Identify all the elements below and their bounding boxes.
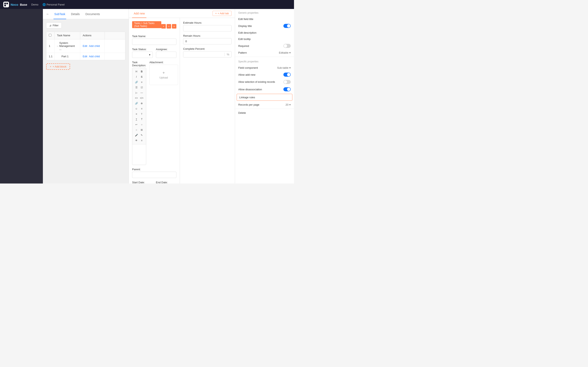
toolbar-mic-btn[interactable]: 🎤	[134, 133, 139, 138]
th-extra	[105, 32, 125, 39]
prop-field-component[interactable]: Field component Sub-table ▾	[235, 65, 294, 71]
complete-percent-label: Complete Percent:	[183, 47, 232, 50]
parent-label: Parent:	[132, 168, 176, 171]
td-name: Part 1	[54, 53, 80, 60]
prop-records-per-page[interactable]: Records per page 20 ▾	[235, 101, 294, 108]
start-date-label: Start Date:	[132, 181, 153, 184]
toolbar-view-btn[interactable]: 👁	[134, 138, 139, 143]
prop-allow-selection[interactable]: Allow selection of existing records	[235, 78, 294, 86]
toolbar-link2-btn[interactable]: 🔗	[134, 101, 139, 106]
toolbar-math-btn[interactable]: ⊕	[139, 101, 144, 106]
toolbar-play-btn[interactable]: ▷	[134, 90, 139, 95]
prop-label: Field component	[238, 66, 277, 69]
toolbar-menu-btn[interactable]: ≡	[139, 138, 144, 143]
toolbar-link-btn[interactable]: 🔗	[134, 80, 139, 85]
prop-display-title[interactable]: Display title	[235, 22, 294, 30]
prop-edit-field-title[interactable]: Edit field title	[235, 16, 294, 22]
toolbar-task-btn[interactable]: ☑	[139, 85, 144, 90]
upload-area[interactable]: + Upload	[149, 65, 178, 85]
nav-demo[interactable]: Demo	[31, 3, 38, 6]
logo-text-2: Base	[20, 3, 27, 6]
panel-tabs: Add new + + Add tab	[129, 9, 235, 18]
add-child-link[interactable]: Add child	[89, 44, 100, 48]
toolbar-italic-btn[interactable]: I	[134, 75, 139, 79]
svg-rect-2	[4, 5, 6, 6]
required-toggle[interactable]	[283, 44, 291, 48]
back-button[interactable]: ←	[46, 12, 49, 16]
add-child-link-2[interactable]: Add child	[89, 55, 100, 58]
complete-percent-input[interactable]	[183, 51, 225, 57]
toolbar-overline-btn[interactable]: T̈	[139, 117, 144, 122]
nav-personal-panel[interactable]: 🌐 Personal Panel	[43, 3, 65, 6]
toolbar-strikethrough-btn[interactable]: S	[139, 75, 144, 79]
remain-hours-label: Remain Hours:	[183, 34, 232, 37]
prop-allow-disassociation[interactable]: Allow disassociation	[235, 86, 294, 93]
prop-delete[interactable]: Delete	[235, 110, 294, 116]
td-num: 1	[46, 39, 54, 53]
toolbar-hr-btn[interactable]: —	[139, 90, 144, 95]
form-layout-btn[interactable]: ≡	[172, 24, 176, 29]
toolbar-emoji-btn[interactable]: ☺	[134, 106, 139, 111]
editor-body[interactable]	[132, 144, 146, 165]
tab-subtask[interactable]: SubTask	[53, 9, 66, 19]
toolbar-edit-btn[interactable]: ✎	[139, 133, 144, 138]
main-content: ← SubTask Details Documents ⊿ Filter T	[43, 9, 129, 184]
specific-props-title: Specific properties	[235, 58, 294, 65]
select-all-checkbox[interactable]	[49, 34, 52, 36]
task-status-select[interactable]: ▾	[132, 52, 153, 58]
plus-icon: +	[215, 12, 217, 15]
prop-allow-add-new[interactable]: Allow add new	[235, 71, 294, 78]
toolbar-code-btn[interactable]: <>	[134, 96, 139, 100]
expand-icon[interactable]: –	[57, 44, 58, 48]
tab-details[interactable]: Details	[70, 9, 81, 19]
toolbar-align2-btn[interactable]: ≡	[134, 111, 139, 117]
attachment-label: Attachment:	[149, 61, 178, 64]
svg-rect-1	[6, 3, 8, 4]
task-name-label: Task Name:	[132, 35, 176, 38]
svg-rect-0	[4, 3, 6, 4]
toolbar-ol-btn[interactable]: ☰	[134, 85, 139, 90]
form-add-col-btn[interactable]: +	[161, 24, 166, 29]
toolbar-align-btn[interactable]: ≡	[139, 106, 144, 111]
toolbar-bold-btn[interactable]: B	[139, 69, 144, 74]
filter-button[interactable]: ⊿ Filter	[46, 22, 62, 28]
toolbar-circle2-btn[interactable]: ○	[134, 127, 139, 132]
toolbar-code2-btn[interactable]: </>	[139, 96, 144, 100]
desc-attachment-row: Task Description: H B I S 🔗 ≡ ☰ ☑	[132, 61, 176, 165]
panel-tab-add-new[interactable]: Add new	[132, 9, 146, 18]
prop-edit-description[interactable]: Edit description	[235, 30, 294, 36]
table-row: 1 – System Management ... Edit Add child	[46, 39, 125, 53]
add-block-button[interactable]: + + Add block	[46, 63, 70, 70]
remain-hours-field: Remain Hours:	[183, 34, 232, 44]
prop-linkage-rules[interactable]: Linkage rules	[237, 94, 292, 101]
edit-link-2[interactable]: Edit	[83, 55, 87, 58]
toolbar-bullet-btn[interactable]: ≡	[139, 80, 144, 85]
toolbar-circle1-btn[interactable]: ○	[139, 122, 144, 127]
assignee-field: Assignee:	[156, 48, 177, 58]
toolbar-t-btn[interactable]: T	[139, 111, 144, 117]
assignee-input[interactable]	[156, 52, 177, 58]
task-name-input[interactable]	[132, 39, 176, 45]
allow-selection-toggle[interactable]	[283, 80, 291, 84]
prop-edit-tooltip[interactable]: Edit tooltip	[235, 36, 294, 42]
edit-link[interactable]: Edit	[83, 44, 87, 48]
parent-input[interactable]	[132, 172, 176, 178]
form-add-row-btn[interactable]: +	[167, 24, 171, 29]
prop-label: Edit description	[238, 31, 291, 34]
attachment-field: Attachment: + Upload	[149, 61, 178, 165]
allow-add-new-toggle[interactable]	[283, 73, 291, 77]
td-actions: Edit Add child	[80, 39, 105, 53]
prop-pattern[interactable]: Pattern Editable ▾	[235, 50, 294, 56]
display-title-toggle[interactable]	[283, 24, 291, 28]
remain-hours-input[interactable]	[183, 38, 232, 44]
globe-icon: 🌐	[43, 3, 46, 6]
toolbar-h-btn[interactable]: H	[134, 69, 139, 74]
toolbar-underline-btn[interactable]: T	[134, 117, 139, 122]
add-tab-button[interactable]: + + Add tab	[213, 11, 232, 16]
toolbar-undo-btn[interactable]: ↩	[134, 122, 139, 127]
toolbar-table-btn[interactable]: ⊞	[139, 127, 144, 132]
estimate-hours-input[interactable]	[183, 25, 232, 31]
prop-required[interactable]: Required	[235, 42, 294, 50]
tab-documents[interactable]: Documents	[85, 9, 101, 19]
allow-disassociation-toggle[interactable]	[283, 87, 291, 91]
